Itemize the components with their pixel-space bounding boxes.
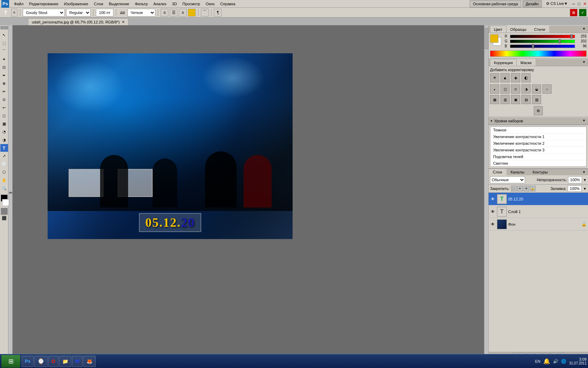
crop-tool[interactable]: ⊡ (0, 63, 8, 71)
levels-panel-header[interactable]: ▼ Уровни наборов ▼ (489, 117, 588, 125)
layer-visibility-eye-2[interactable]: 👁 (490, 209, 496, 214)
start-button[interactable]: ⊞ (1, 355, 20, 368)
taskbar-explorer[interactable]: 📁 (59, 356, 71, 367)
tab-paths[interactable]: Контуры (528, 169, 552, 175)
selective-color-adj-icon[interactable]: ▨ (532, 95, 541, 104)
opacity-input[interactable] (568, 176, 582, 183)
layer-visibility-eye-3[interactable]: 👁 (490, 222, 496, 227)
warp-text-btn[interactable]: ⌒ (201, 9, 209, 16)
menu-layers[interactable]: Слои (91, 1, 106, 7)
font-family-select[interactable]: Goudy Stout (23, 9, 65, 16)
character-panel-btn[interactable]: ¶ (214, 9, 222, 16)
align-right-btn[interactable]: ≡ (179, 9, 187, 16)
fill-input[interactable] (568, 185, 582, 192)
lasso-tool[interactable]: ⌒ (0, 47, 8, 55)
fill-arrow[interactable]: ▼ (583, 187, 587, 191)
adjustments-panel-collapse[interactable]: ▼ (582, 60, 587, 64)
levels-panel-collapse[interactable]: ▼ (582, 119, 587, 123)
opacity-arrow[interactable]: ▼ (583, 178, 587, 182)
exposure-adj-icon[interactable]: ◐ (522, 73, 531, 82)
layer-item-text2[interactable]: 👁 T Слой 1 (489, 205, 588, 218)
blur-tool[interactable]: ◔ (0, 128, 8, 136)
menu-filter[interactable]: Фильтр (132, 1, 150, 7)
lock-position-btn[interactable]: ✛ (524, 186, 529, 191)
eraser-tool[interactable]: ◻ (0, 112, 8, 120)
adjustment-settings-btn[interactable]: ⚙ (534, 106, 543, 115)
levels-item-lighter[interactable]: Светлее (490, 160, 586, 166)
lock-transparent-btn[interactable]: ⬚ (511, 186, 517, 191)
levels-item-dark[interactable]: Темное (490, 127, 586, 134)
text-color-swatch[interactable] (188, 9, 196, 16)
tab-swatches[interactable]: Образцы (506, 26, 530, 33)
cs-live-btn[interactable]: ⚙ CS Live▼ (546, 1, 568, 6)
menu-help[interactable]: Справка (217, 1, 238, 7)
color-panel-collapse[interactable]: ▼ (582, 27, 587, 31)
cancel-type-btn[interactable]: ⊗ (570, 9, 578, 16)
marquee-tool[interactable]: ⬚ (0, 39, 8, 47)
menu-file[interactable]: Файл (11, 1, 26, 7)
font-style-select[interactable]: Regular (66, 9, 91, 16)
align-left-btn[interactable]: ≡ (161, 9, 168, 16)
eyedropper-tool[interactable]: ✒ (0, 71, 8, 79)
lock-image-btn[interactable]: ✏ (517, 186, 523, 191)
photo-filter-adj-icon[interactable]: ◒ (532, 84, 541, 94)
close-btn[interactable]: ✕ (583, 1, 587, 6)
brush-tool[interactable]: ✏ (0, 88, 8, 95)
taskbar-firefox[interactable]: 🦊 (83, 356, 96, 367)
gradient-tool[interactable]: ▦ (0, 120, 8, 128)
levels-adj-icon[interactable]: ▲ (500, 73, 510, 82)
tab-masks[interactable]: Маски (517, 59, 536, 66)
tab-styles[interactable]: Стили (530, 26, 549, 33)
foreground-color-swatch[interactable] (490, 34, 498, 43)
menu-window[interactable]: Окно (203, 1, 218, 7)
colormatch-adj-icon[interactable]: ⊙ (511, 84, 520, 94)
dodge-tool[interactable]: ◑ (0, 136, 8, 144)
blue-slider[interactable] (510, 45, 575, 48)
channel-mixer-adj-icon[interactable]: ○ (542, 84, 552, 94)
quick-mask-btn[interactable] (1, 208, 8, 215)
align-center-btn[interactable]: ☰ (170, 9, 177, 16)
layer-item-background[interactable]: 👁 Фон 🔒 (489, 218, 588, 231)
maximize-btn[interactable]: □ (578, 1, 580, 6)
hand-tool[interactable]: ✋ (0, 176, 8, 184)
canvas-image[interactable]: 05.12.20 (48, 53, 293, 239)
red-slider[interactable] (510, 35, 575, 38)
menu-select[interactable]: Выделение (106, 1, 132, 7)
taskbar-opera[interactable]: O (48, 356, 58, 367)
clone-stamp-tool[interactable]: ⊙ (0, 96, 8, 103)
background-color[interactable] (2, 199, 9, 206)
tool-options-btn[interactable]: ≡ (11, 9, 18, 16)
tab-layers[interactable]: Слои (489, 169, 506, 175)
invert-adj-icon[interactable]: ▦ (490, 95, 499, 104)
layer-visibility-eye-1[interactable]: 👁 (490, 196, 496, 202)
hsl-adj-icon[interactable]: ◫ (500, 84, 510, 94)
blend-mode-select[interactable]: Обычные (490, 176, 525, 183)
font-size-input[interactable] (96, 9, 113, 16)
taskbar-clock[interactable]: ⌚ (34, 356, 48, 367)
tab-corrections[interactable]: Коррекция (490, 59, 517, 66)
layers-panel-collapse[interactable]: ▼ (582, 170, 587, 175)
menu-3d[interactable]: 3D (169, 1, 180, 7)
posterize-adj-icon[interactable]: ▥ (500, 95, 510, 104)
gradient-map-adj-icon[interactable]: ▤ (522, 95, 531, 104)
toolbox-collapse[interactable] (0, 26, 8, 29)
tab-channels[interactable]: Каналы (506, 169, 528, 175)
color-spectrum[interactable] (490, 50, 587, 57)
commit-type-btn[interactable]: ✓ (579, 9, 587, 16)
document-tab[interactable]: udaIt_personazha.jpg @ 66,7% (05.12.20, … (28, 18, 128, 25)
menu-edit[interactable]: Редактирование (26, 1, 61, 7)
panel-left-handle[interactable]: ◀▶ (8, 25, 13, 360)
workspace-essentials-btn[interactable]: Основная рабочая среда (470, 0, 521, 7)
tab-color[interactable]: Цвет (490, 26, 506, 33)
anti-alias-select[interactable]: Четкое (127, 9, 155, 16)
3d-tool[interactable]: ⬡ (0, 168, 8, 176)
lock-all-btn[interactable]: 🔒 (530, 186, 536, 191)
levels-item-contrast1[interactable]: Увеличение контрастности 1 (490, 134, 586, 140)
minimize-btn[interactable]: ─ (572, 1, 575, 6)
layer-item-text1[interactable]: 👁 T 05.12.20 (489, 193, 588, 205)
levels-item-contrast2[interactable]: Увеличение контрастности 2 (490, 140, 586, 147)
menu-image[interactable]: Изображение (61, 1, 91, 7)
menu-view[interactable]: Просмотр (180, 1, 203, 7)
taskbar-word[interactable]: W (72, 356, 83, 367)
healing-brush-tool[interactable]: ⊕ (0, 80, 8, 87)
